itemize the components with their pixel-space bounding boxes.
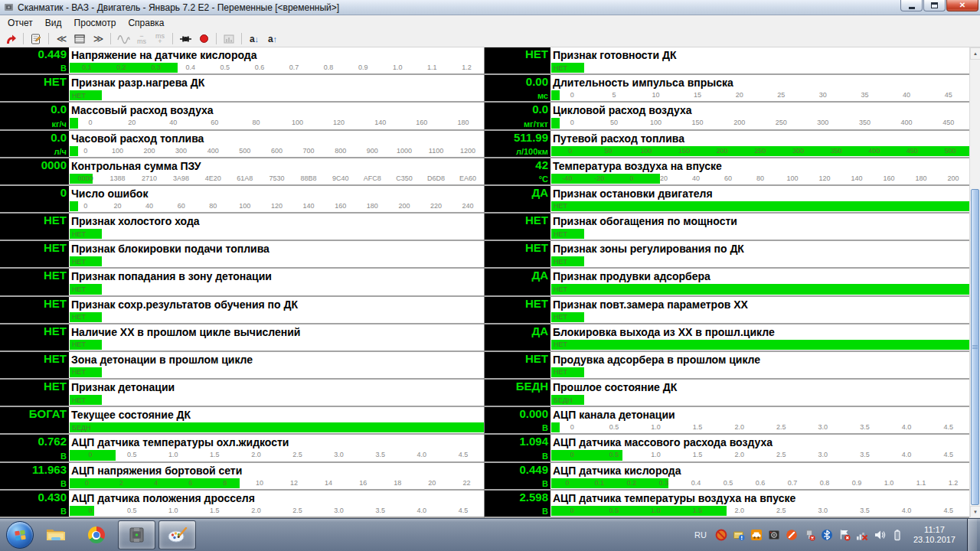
param-row[interactable]: ДАБлокировка выхода из ХХ в прошл.циклеН… <box>485 324 969 352</box>
maximize-button[interactable] <box>923 0 946 11</box>
taskbar-scanmatic-button[interactable] <box>118 520 155 549</box>
menu-help[interactable]: Справка <box>122 16 170 30</box>
param-row[interactable]: БОГАТТекущее состояние ДКБЕДН <box>0 407 484 435</box>
tick-label: 300 <box>802 118 844 128</box>
menu-report[interactable]: Отчет <box>2 16 39 30</box>
graph-view-button[interactable] <box>114 31 132 47</box>
scroll-up-button[interactable]: ▲ <box>970 47 980 60</box>
tick-label: 1.1 <box>905 478 937 488</box>
scrollbar-thumb[interactable] <box>971 189 979 505</box>
taskbar-chrome-button[interactable] <box>77 520 115 549</box>
scale-bar: 051015202530354045 <box>551 90 969 100</box>
taskbar-paint-button[interactable] <box>158 520 196 549</box>
param-row[interactable]: 0.430ВАЦП датчика положения дросселя00.5… <box>0 491 484 518</box>
param-name: АЦП датчика массового расхода воздуха <box>551 435 969 450</box>
updates-icon[interactable] <box>733 529 745 541</box>
param-row[interactable]: 0.0мг/тктЦикловой расход воздуха05010015… <box>485 103 969 130</box>
tick-label: 200 <box>133 146 165 156</box>
param-row[interactable]: 1.094ВАЦП датчика массового расхода возд… <box>485 435 969 462</box>
param-row[interactable]: НЕТПризнак сохр.результатов обучения по … <box>0 297 484 324</box>
param-row[interactable]: 0.449ВАЦП датчика кислорода00.10.20.30.4… <box>485 463 969 491</box>
param-row[interactable]: 2.598ВАЦП датчика температуры воздуха на… <box>485 491 969 518</box>
param-row[interactable]: 511.99л/100кмПутевой расход топлива05010… <box>485 131 969 158</box>
param-row[interactable]: 0.0л/чЧасовой расход топлива010020030040… <box>0 131 484 158</box>
adapter-button[interactable] <box>176 31 194 47</box>
volume-icon[interactable] <box>874 529 886 541</box>
param-row[interactable]: НЕТПризнак попадания в зону детонацииНЕТ <box>0 269 484 296</box>
prev-page-button[interactable]: ≪ <box>52 31 70 47</box>
param-row[interactable]: НЕТПризнак разр.нагрева ДКНЕТ <box>0 75 484 103</box>
ms-decrease-button[interactable]: −ms <box>132 31 151 47</box>
scale-ticks: 00.51.01.52.02.53.03.54.04.5 <box>70 506 484 516</box>
tick-label: 3.5 <box>844 422 886 432</box>
car-app-icon[interactable] <box>750 529 763 541</box>
bluetooth-icon[interactable] <box>821 529 833 541</box>
exit-button[interactable] <box>2 31 20 47</box>
param-name: Признак повт.замера параметров ХХ <box>551 297 969 312</box>
param-row[interactable]: 11.963ВАЦП напряжения бортовой сети02468… <box>0 463 484 491</box>
param-row[interactable]: НЕТПризнак блокировки подачи топливаНЕТ <box>0 241 484 269</box>
param-row[interactable]: НЕТПродувка адсорбера в прошлом циклеНЕТ <box>485 352 969 380</box>
antivirus-disabled-icon[interactable] <box>715 529 727 541</box>
record-button[interactable] <box>194 31 213 47</box>
next-page-button[interactable]: ≫ <box>89 31 107 47</box>
param-row[interactable]: 42°СТемпература воздуха на впуске-40-200… <box>485 158 969 186</box>
tick-label: 3.5 <box>360 506 401 516</box>
menu-view[interactable]: Вид <box>39 16 68 30</box>
param-name: Зона детонации в прошлом цикле <box>70 352 484 367</box>
start-button[interactable] <box>6 521 34 549</box>
device-error-icon[interactable] <box>803 529 815 541</box>
minimize-button[interactable] <box>900 0 923 11</box>
param-row[interactable]: 0.00мсДлительность импульса впрыска05101… <box>485 75 969 103</box>
ms-increase-button[interactable]: ms+ <box>151 31 169 47</box>
taskbar-clock[interactable]: 11:17 23.10.2017 <box>913 525 956 545</box>
tick-label: 3A98 <box>165 174 198 184</box>
vertical-scrollbar[interactable]: ▲ ▼ <box>969 47 980 518</box>
param-row[interactable]: НЕТПризнак обогащения по мощностиНЕТ <box>485 214 969 241</box>
close-button[interactable]: ✕ <box>946 0 978 11</box>
battery-icon[interactable] <box>891 529 903 541</box>
action-center-alert-icon[interactable] <box>838 529 851 541</box>
taskbar-explorer-button[interactable] <box>37 520 74 549</box>
param-row[interactable]: БЕДНПрошлое состояние ДКБЕДН <box>485 380 969 407</box>
scale-state-label: НЕТ <box>72 396 86 404</box>
tick-label: 180 <box>905 174 937 184</box>
param-unit: мс <box>537 91 548 100</box>
param-row[interactable]: НЕТНаличие ХХ в прошлом цикле вычислений… <box>0 324 484 352</box>
recorder-icon[interactable] <box>768 529 780 541</box>
param-main: АЦП датчика температуры охл.жидкости00.5… <box>69 435 484 461</box>
param-unit: В <box>542 479 548 488</box>
network-disconnected-icon[interactable] <box>856 529 868 541</box>
param-row[interactable]: 0Число ошибок020406080100120140160180200… <box>0 186 484 214</box>
font-increase-button[interactable]: a↑ <box>263 31 282 47</box>
param-row[interactable]: НЕТПризнак готовности ДКНЕТ <box>485 47 969 75</box>
param-row[interactable]: 0.762ВАЦП датчика температуры охл.жидкос… <box>0 435 484 462</box>
param-row[interactable]: 0.000ВАЦП канала детонации00.51.01.52.02… <box>485 407 969 435</box>
font-decrease-button[interactable]: a↓ <box>245 31 263 47</box>
param-row[interactable]: НЕТПризнак повт.замера параметров ХХНЕТ <box>485 297 969 324</box>
menu-browse[interactable]: Просмотр <box>68 16 122 30</box>
param-main: Цикловой расход воздуха05010015020025030… <box>550 103 969 129</box>
chart-button[interactable] <box>220 31 238 47</box>
param-main: Путевой расход топлива050100150200250300… <box>550 131 969 157</box>
param-name: Признак детонации <box>70 380 484 395</box>
param-row[interactable]: НЕТПризнак холостого ходаНЕТ <box>0 214 484 241</box>
param-row[interactable]: НЕТЗона детонации в прошлом циклеНЕТ <box>0 352 484 380</box>
param-row[interactable]: НЕТПризнак зоны регулирования по ДКНЕТ <box>485 241 969 269</box>
param-row[interactable]: 0.0кг/чМассовый расход воздуха0204060801… <box>0 103 484 130</box>
report-button[interactable] <box>27 31 45 47</box>
tick-label: 1.0 <box>152 450 194 460</box>
param-main: Число ошибок0204060801001201401601802002… <box>69 186 484 212</box>
tick-label: 2.0 <box>718 506 760 516</box>
table-view-button[interactable] <box>70 31 89 47</box>
show-desktop-button[interactable] <box>967 519 977 551</box>
param-row[interactable]: 0000Контрольная сумма ПЗУ0000138827103A9… <box>0 158 484 186</box>
security-off-icon[interactable] <box>786 529 798 541</box>
param-row[interactable]: ДАПризнак остановки двигателяНЕТ <box>485 186 969 214</box>
param-row[interactable]: НЕТПризнак детонацииНЕТ <box>0 380 484 407</box>
language-indicator[interactable]: RU <box>691 530 710 540</box>
param-row[interactable]: 0.449ВНапряжение на датчике кислорода0.1… <box>0 47 484 75</box>
tick-label: 20 <box>415 478 449 488</box>
scroll-down-button[interactable]: ▼ <box>970 506 980 518</box>
param-row[interactable]: ДАПризнак продувки адсорбераНЕТ <box>485 269 969 296</box>
